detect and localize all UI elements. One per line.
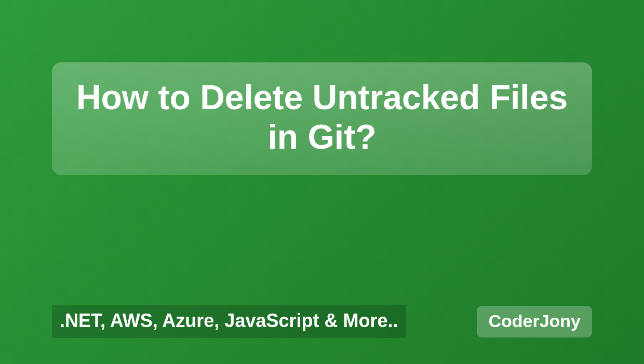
- title-card: How to Delete Untracked Files in Git?: [52, 62, 592, 175]
- bottom-row: .NET, AWS, Azure, JavaScript & More.. Co…: [52, 305, 592, 338]
- topics-badge: .NET, AWS, Azure, JavaScript & More..: [52, 305, 406, 338]
- brand-badge: CoderJony: [477, 306, 592, 337]
- page-title: How to Delete Untracked Files in Git?: [73, 78, 571, 157]
